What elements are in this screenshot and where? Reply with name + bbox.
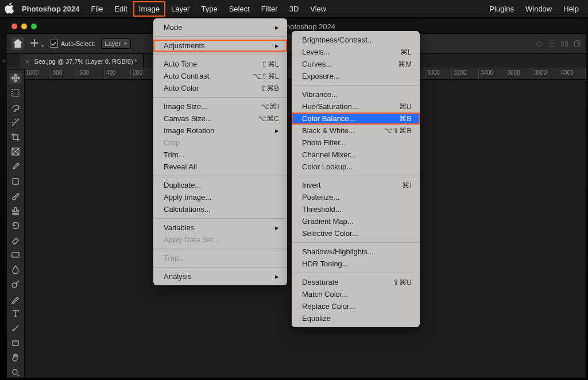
auto-select-checkbox[interactable]: Auto-Select:	[50, 40, 95, 48]
apple-icon[interactable]	[3, 2, 16, 16]
macos-menubar: Photoshop 2024 FileEditImageLayerTypeSel…	[0, 0, 588, 18]
menu-item[interactable]: Exposure...	[292, 70, 420, 82]
menu-window[interactable]: Window	[520, 1, 558, 17]
tool-brush[interactable]	[9, 191, 22, 201]
ruler-tick: 600	[78, 68, 105, 79]
menu-item-label: Levels...	[302, 48, 330, 56]
menu-item[interactable]: Replace Color...	[292, 300, 420, 312]
menu-select[interactable]: Select	[223, 1, 256, 17]
tool-marquee[interactable]	[9, 88, 22, 99]
tool-zoom[interactable]	[9, 367, 22, 378]
tool-palette	[7, 69, 25, 378]
menu-item[interactable]: HDR Toning...	[292, 258, 420, 270]
menu-type[interactable]: Type	[195, 1, 223, 17]
menu-3d[interactable]: 3D	[284, 1, 305, 17]
menu-item[interactable]: Trim...	[153, 149, 287, 161]
tool-stamp[interactable]	[9, 205, 22, 216]
menu-item[interactable]: Levels...⌘L	[292, 46, 420, 58]
tool-move[interactable]	[9, 73, 22, 84]
3d-icon[interactable]	[573, 40, 581, 48]
menu-item[interactable]: Image Size...⌥⌘I	[153, 100, 287, 113]
tool-rect[interactable]	[9, 338, 22, 348]
tool-pen[interactable]	[9, 293, 22, 304]
home-button[interactable]	[11, 37, 24, 50]
document-tab-label: Sea.jpg @ 37,7% (Layer 0, RGB/8) *	[34, 58, 137, 65]
tool-crop[interactable]	[9, 132, 22, 143]
close-tab-icon[interactable]: ×	[25, 57, 30, 66]
menu-item[interactable]: Auto Tone⇧⌘L	[153, 58, 287, 70]
menu-item[interactable]: Threshold...	[292, 203, 420, 215]
menu-item-label: Posterize...	[302, 193, 339, 201]
menu-item-label: Black & White...	[302, 126, 355, 135]
menu-item[interactable]: Auto Contrast⌥⇧⌘L	[153, 70, 287, 82]
svg-rect-4	[12, 90, 19, 96]
menu-item[interactable]: Invert⌘I	[292, 179, 420, 191]
menu-item[interactable]: Hue/Saturation...⌘U	[292, 100, 420, 113]
collapse-icon[interactable]: »	[2, 57, 6, 64]
menu-file[interactable]: File	[85, 1, 109, 17]
menu-item[interactable]: Gradient Map...	[292, 215, 420, 227]
shortcut: ⇧⌘L	[261, 60, 279, 68]
svg-rect-2	[566, 41, 568, 46]
ruler-tick: 3400	[479, 68, 506, 79]
app-name[interactable]: Photoshop 2024	[16, 5, 85, 13]
menu-item[interactable]: Match Color...	[292, 288, 420, 300]
menu-item[interactable]: Vibrance...	[292, 88, 420, 100]
tool-history[interactable]	[9, 220, 22, 231]
menu-item[interactable]: Adjustments	[153, 40, 287, 52]
menu-item[interactable]: Canvas Size...⌥⌘C	[153, 113, 287, 125]
menu-item[interactable]: Posterize...	[292, 191, 420, 203]
menu-edit[interactable]: Edit	[109, 1, 133, 17]
menu-image[interactable]: Image	[133, 1, 165, 17]
align-icon[interactable]	[548, 40, 556, 48]
tool-lasso[interactable]	[9, 102, 22, 113]
menu-item-label: Threshold...	[302, 205, 342, 214]
menu-item-label: Variables	[164, 223, 194, 232]
menu-help[interactable]: Help	[558, 1, 585, 17]
auto-select-target[interactable]: Layer ▾	[101, 38, 131, 49]
menu-item[interactable]: Auto Color⇧⌘B	[153, 82, 287, 94]
options-extra-icons	[535, 40, 581, 48]
menu-item[interactable]: Curves...⌘M	[292, 58, 420, 70]
tool-type[interactable]	[9, 308, 22, 319]
menu-item[interactable]: Variables	[153, 222, 287, 234]
menu-item[interactable]: Color Balance...⌘B	[292, 113, 420, 125]
tool-wand[interactable]	[9, 117, 22, 128]
move-options-icon[interactable]: ▾	[30, 38, 44, 49]
tool-dodge[interactable]	[9, 279, 22, 290]
tool-frame[interactable]	[9, 146, 22, 157]
menu-item[interactable]: Color Lookup...	[292, 161, 420, 173]
tool-blur[interactable]	[9, 264, 22, 275]
distribute-icon[interactable]	[560, 40, 568, 48]
remove-bg-icon[interactable]	[535, 40, 543, 48]
menu-item[interactable]: Apply Image...	[153, 191, 287, 203]
menu-item[interactable]: Mode	[153, 21, 287, 33]
menu-item[interactable]: Reveal All	[153, 161, 287, 173]
menu-item[interactable]: Image Rotation	[153, 125, 287, 137]
tool-gradient[interactable]	[9, 250, 22, 261]
tool-eyedrop[interactable]	[9, 161, 22, 172]
menu-item[interactable]: Selective Color...	[292, 227, 420, 239]
menu-item[interactable]: Desaturate⇧⌘U	[292, 276, 420, 288]
document-tab[interactable]: × Sea.jpg @ 37,7% (Layer 0, RGB/8) *	[20, 54, 144, 69]
menu-view[interactable]: View	[304, 1, 332, 17]
menu-item[interactable]: Channel Mixer...	[292, 149, 420, 161]
menu-item[interactable]: Shadows/Highlights...	[292, 246, 420, 258]
menu-item-label: Equalize	[302, 314, 331, 323]
menu-filter[interactable]: Filter	[256, 1, 284, 17]
menu-item[interactable]: Duplicate...	[153, 179, 287, 191]
tool-hand[interactable]	[9, 352, 22, 363]
menu-item-label: HDR Toning...	[302, 259, 349, 268]
menu-item[interactable]: Brightness/Contrast...	[292, 34, 420, 46]
menu-item: Trap...	[153, 252, 287, 264]
tool-eraser[interactable]	[9, 235, 22, 246]
menu-item[interactable]: Calculations...	[153, 203, 287, 215]
tool-heal[interactable]	[9, 176, 22, 187]
menu-item[interactable]: Analysis	[153, 270, 287, 282]
menu-item[interactable]: Black & White...⌥⇧⌘B	[292, 125, 420, 137]
menu-item[interactable]: Photo Filter...	[292, 137, 420, 149]
menu-layer[interactable]: Layer	[165, 1, 196, 17]
menu-item[interactable]: Equalize	[292, 312, 420, 324]
menu-plugins[interactable]: Plugins	[483, 1, 520, 17]
tool-path[interactable]	[9, 323, 22, 334]
